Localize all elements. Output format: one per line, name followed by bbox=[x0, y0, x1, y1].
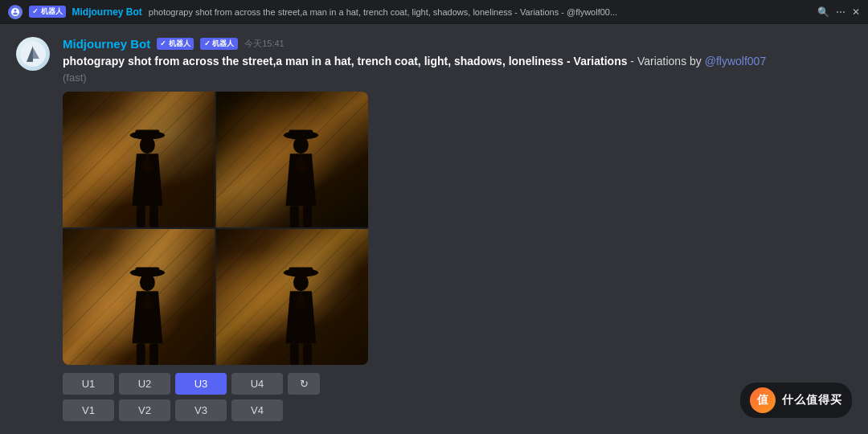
search-icon[interactable]: 🔍 bbox=[817, 6, 829, 18]
refresh-button[interactable]: ↻ bbox=[288, 373, 320, 395]
v3-button[interactable]: V3 bbox=[175, 399, 227, 421]
image-grid[interactable] bbox=[63, 92, 368, 365]
prompt-bold: photograpy shot from across the street,a… bbox=[63, 55, 627, 68]
bot-name: Midjourney Bot bbox=[63, 37, 150, 51]
u1-button[interactable]: U1 bbox=[63, 373, 114, 395]
watermark-symbol: 值 bbox=[757, 393, 768, 407]
svg-rect-5 bbox=[149, 206, 158, 227]
svg-rect-20 bbox=[303, 343, 312, 365]
svg-rect-19 bbox=[289, 343, 298, 365]
main-content: Midjourney Bot ✓ 机器人 ✓ 机器人 今天15:41 photo… bbox=[0, 24, 868, 434]
refresh-icon: ↻ bbox=[300, 378, 309, 390]
svg-rect-15 bbox=[149, 343, 158, 365]
svg-rect-10 bbox=[303, 206, 312, 227]
v1-button[interactable]: V1 bbox=[63, 399, 114, 421]
svg-point-18 bbox=[293, 274, 308, 292]
svg-point-13 bbox=[139, 274, 154, 292]
fast-label: (fast) bbox=[63, 72, 87, 84]
bot-tag: ✓ 机器人 bbox=[200, 38, 239, 50]
button-row-v: V1 V2 V3 V4 bbox=[63, 399, 852, 421]
grid-cell-4[interactable] bbox=[216, 229, 368, 365]
u4-button[interactable]: U4 bbox=[231, 373, 283, 395]
button-row-u: U1 U2 U3 U4 ↻ bbox=[63, 373, 852, 395]
svg-point-8 bbox=[293, 137, 308, 154]
top-bar-avatar bbox=[8, 5, 23, 19]
top-bar-icons: 🔍 ⋯ ✕ bbox=[817, 6, 860, 18]
v2-button[interactable]: V2 bbox=[119, 399, 170, 421]
top-bar-bot-tag: ✓ 机器人 bbox=[29, 6, 66, 18]
u3-button[interactable]: U3 bbox=[175, 373, 227, 395]
svg-rect-14 bbox=[136, 343, 145, 365]
message-header: Midjourney Bot ✓ 机器人 ✓ 机器人 今天15:41 bbox=[63, 37, 852, 51]
v4-button[interactable]: V4 bbox=[231, 399, 283, 421]
chinese-bot-tag: ✓ 机器人 bbox=[157, 38, 194, 50]
avatar bbox=[16, 37, 50, 71]
top-bar-prompt: photograpy shot from across the street,a… bbox=[149, 7, 617, 17]
top-bar: ✓ 机器人 Midjourney Bot photograpy shot fro… bbox=[0, 0, 868, 24]
watermark-text: 什么值得买 bbox=[782, 393, 842, 407]
message-body: Midjourney Bot ✓ 机器人 ✓ 机器人 今天15:41 photo… bbox=[63, 37, 852, 421]
button-rows: U1 U2 U3 U4 ↻ V1 V2 V3 V4 bbox=[63, 373, 852, 421]
timestamp: 今天15:41 bbox=[244, 38, 285, 50]
more-icon[interactable]: ⋯ bbox=[836, 6, 845, 18]
svg-rect-4 bbox=[136, 206, 145, 227]
mention[interactable]: @flywolf007 bbox=[705, 55, 766, 68]
svg-point-3 bbox=[139, 137, 154, 154]
watermark: 值 什么值得买 bbox=[740, 383, 852, 418]
grid-cell-3[interactable] bbox=[63, 229, 215, 365]
message-text: photograpy shot from across the street,a… bbox=[63, 54, 852, 85]
grid-cell-1[interactable] bbox=[63, 92, 215, 227]
close-icon[interactable]: ✕ bbox=[852, 6, 860, 18]
svg-rect-9 bbox=[289, 206, 298, 227]
top-bar-bot-name: Midjourney Bot bbox=[72, 6, 142, 18]
watermark-icon: 值 bbox=[750, 387, 776, 413]
prompt-suffix: - Variations by bbox=[627, 55, 704, 68]
message-container: Midjourney Bot ✓ 机器人 ✓ 机器人 今天15:41 photo… bbox=[16, 37, 852, 421]
grid-cell-2[interactable] bbox=[216, 92, 368, 227]
avatar-col bbox=[16, 37, 50, 421]
u2-button[interactable]: U2 bbox=[119, 373, 170, 395]
